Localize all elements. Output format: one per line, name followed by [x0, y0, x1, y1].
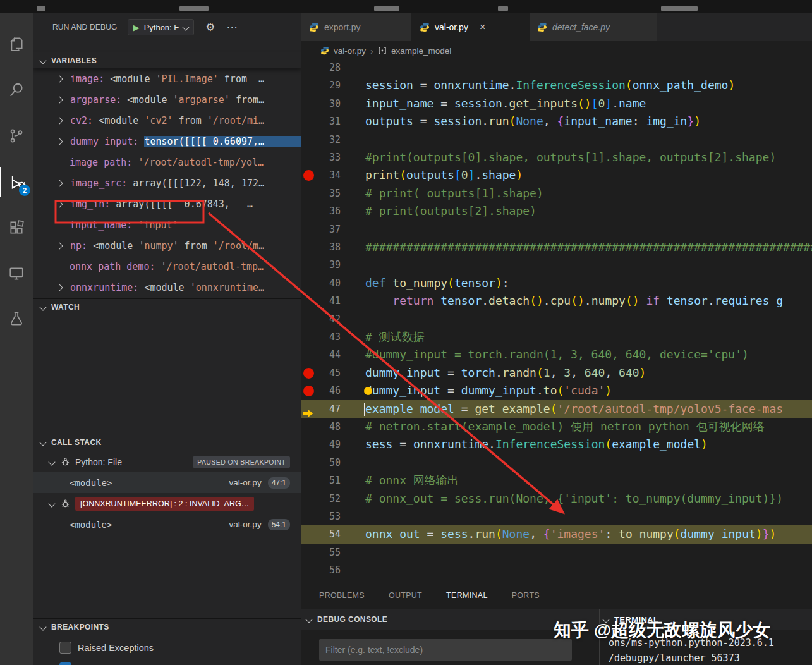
panel-tab-problems[interactable]: PROBLEMS — [319, 583, 365, 607]
tab-export.py[interactable]: export.py — [301, 13, 412, 41]
breadcrumb-symbol[interactable]: example_model — [391, 46, 451, 56]
variable-row[interactable]: input_name: 'input' — [33, 214, 301, 235]
call-stack-session-row[interactable]: Python: FilePAUSED ON BREAKPOINT — [33, 451, 301, 472]
line-number[interactable]: 29 — [310, 76, 341, 94]
line-number[interactable]: 54 — [310, 525, 341, 543]
line-number[interactable]: 39 — [310, 256, 341, 274]
code-line[interactable]: 49sess = onnxruntime.InferenceSession(ex… — [301, 436, 812, 453]
explorer-icon[interactable] — [0, 29, 33, 59]
code-editor[interactable]: 2829session = onnxruntime.InferenceSessi… — [301, 59, 812, 583]
remote-explorer-icon[interactable] — [0, 259, 33, 289]
call-stack-session-row[interactable]: [ONNXRUNTIMEERROR] : 2 : INVALID_ARG… — [33, 493, 301, 514]
line-number[interactable]: 56 — [310, 561, 341, 579]
line-number[interactable]: 40 — [310, 274, 341, 292]
code-line[interactable]: 35# print( outputs[1].shape) — [301, 185, 812, 202]
code-line[interactable]: 44#dummy_input = torch.randn(1, 3, 640, … — [301, 346, 812, 363]
search-icon[interactable] — [0, 75, 33, 105]
variable-row[interactable]: np: <module 'numpy' from '/root/m… — [33, 235, 301, 256]
code-line[interactable]: 30input_name = session.get_inputs()[0].n… — [301, 95, 812, 113]
breakpoint-checkbox[interactable] — [59, 662, 71, 665]
line-number[interactable]: 28 — [310, 59, 341, 76]
line-number[interactable]: 44 — [310, 346, 341, 363]
line-number[interactable]: 32 — [310, 131, 341, 149]
code-line[interactable]: 41 return tensor.detach().cpu().numpy() … — [301, 292, 812, 310]
breakpoint-checkbox[interactable] — [59, 642, 71, 654]
debug-console-header[interactable]: DEBUG CONSOLE — [306, 615, 387, 624]
source-control-icon[interactable] — [0, 121, 33, 151]
variable-row[interactable]: onnx_path_demo: '/root/autodl-tmp… — [33, 256, 301, 277]
launch-config-dropdown[interactable]: ▶ Python: F — [128, 19, 195, 35]
line-number[interactable]: 49 — [310, 436, 341, 453]
line-number[interactable]: 34 — [310, 166, 341, 184]
watch-section-header[interactable]: WATCH — [33, 298, 301, 315]
line-number[interactable]: 53 — [310, 508, 341, 525]
code-line[interactable]: 38######################################… — [301, 238, 812, 256]
code-line[interactable]: 51# onnx 网络输出 — [301, 472, 812, 489]
variable-row[interactable]: image_src: array([[[122, 148, 172… — [33, 173, 301, 193]
panel-tab-terminal[interactable]: TERMINAL — [446, 583, 488, 607]
code-line[interactable]: 55 — [301, 544, 812, 561]
line-number[interactable]: 42 — [310, 310, 341, 328]
code-line[interactable]: 28 — [301, 59, 812, 76]
panel-tab-output[interactable]: OUTPUT — [389, 583, 422, 607]
variable-row[interactable]: onnxruntime: <module 'onnxruntime… — [33, 277, 301, 298]
variable-row[interactable]: dummy_input: tensor([[[[ 0.66097,… — [33, 131, 301, 152]
line-number[interactable]: 48 — [310, 418, 341, 436]
code-line[interactable]: 52# onnx_out = sess.run(None, {'input': … — [301, 490, 812, 508]
extensions-icon[interactable] — [0, 212, 33, 243]
line-number[interactable]: 35 — [310, 185, 341, 202]
variable-row[interactable]: img_in: array([[[[ 0.67843, … — [33, 193, 301, 214]
gear-icon[interactable]: ⚙ — [205, 22, 215, 33]
code-line[interactable]: 50 — [301, 454, 812, 472]
code-line[interactable]: 42 — [301, 310, 812, 328]
line-number[interactable]: 30 — [310, 95, 341, 113]
line-number[interactable]: 38 — [310, 238, 341, 256]
code-line[interactable]: 46dummy_input = dummy_input.to('cuda') — [301, 382, 812, 400]
variables-section-header[interactable]: VARIABLES — [33, 52, 301, 68]
code-line[interactable]: 34print(outputs[0].shape) — [301, 166, 812, 184]
code-line[interactable]: 36# print(outputs[2].shape) — [301, 202, 812, 220]
testing-icon[interactable] — [0, 303, 33, 334]
line-number[interactable]: 51 — [310, 472, 341, 489]
variable-row[interactable]: cv2: <module 'cv2' from '/root/mi… — [33, 110, 301, 131]
code-line[interactable]: 39 — [301, 256, 812, 274]
code-line[interactable]: 40def to_numpy(tensor): — [301, 274, 812, 292]
start-debug-icon[interactable]: ▶ — [133, 23, 140, 32]
tab-val-or.py[interactable]: val-or.py× — [412, 13, 530, 41]
code-line[interactable]: 53 — [301, 508, 812, 525]
tab-detect_face.py[interactable]: detect_face.py — [530, 13, 657, 41]
breadcrumb-file[interactable]: val-or.py — [334, 46, 366, 56]
panel-tab-ports[interactable]: PORTS — [512, 583, 540, 607]
variable-row[interactable]: argparse: <module 'argparse' from… — [33, 89, 301, 110]
line-number[interactable]: 41 — [310, 292, 341, 310]
code-line[interactable]: 33#print(outputs[0].shape, outputs[1].sh… — [301, 149, 812, 166]
call-stack-section-header[interactable]: CALL STACK — [33, 434, 301, 450]
debug-console-filter-input[interactable] — [319, 639, 572, 661]
line-number[interactable]: 36 — [310, 202, 341, 220]
breakpoint-item-row[interactable] — [33, 658, 301, 665]
line-number[interactable]: 47 — [310, 400, 341, 418]
breakpoints-section-header[interactable]: BREAKPOINTS — [33, 618, 301, 635]
code-line[interactable]: 54onnx_out = sess.run(None, {'images': t… — [301, 525, 812, 543]
call-stack-frame-row[interactable]: <module>val-or.py47:1 — [33, 472, 301, 493]
code-line[interactable]: 37 — [301, 221, 812, 238]
code-line[interactable]: 32 — [301, 131, 812, 149]
line-number[interactable]: 33 — [310, 149, 341, 166]
code-line[interactable]: 29session = onnxruntime.InferenceSession… — [301, 76, 812, 94]
code-line[interactable]: 45dummy_input = torch.randn(1, 3, 640, 6… — [301, 364, 812, 382]
line-number[interactable]: 31 — [310, 113, 341, 130]
variable-row[interactable]: image: <module 'PIL.Image' from … — [33, 68, 301, 89]
code-line[interactable]: 43# 测试数据 — [301, 328, 812, 346]
line-number[interactable]: 55 — [310, 544, 341, 561]
line-number[interactable]: 50 — [310, 454, 341, 472]
line-number[interactable]: 43 — [310, 328, 341, 346]
code-line[interactable]: 31outputs = session.run(None, {input_nam… — [301, 113, 812, 130]
variable-row[interactable]: image_path: '/root/autodl-tmp/yol… — [33, 152, 301, 173]
line-number[interactable]: 46 — [310, 382, 341, 400]
line-number[interactable]: 52 — [310, 490, 341, 508]
line-number[interactable]: 37 — [310, 221, 341, 238]
line-number[interactable]: 45 — [310, 364, 341, 382]
code-line[interactable]: 47example_model = get_example('/root/aut… — [301, 400, 812, 418]
code-line[interactable]: 48# netron.start(example_model) 使用 netro… — [301, 418, 812, 436]
breadcrumb[interactable]: val-or.py › example_model — [301, 41, 812, 60]
